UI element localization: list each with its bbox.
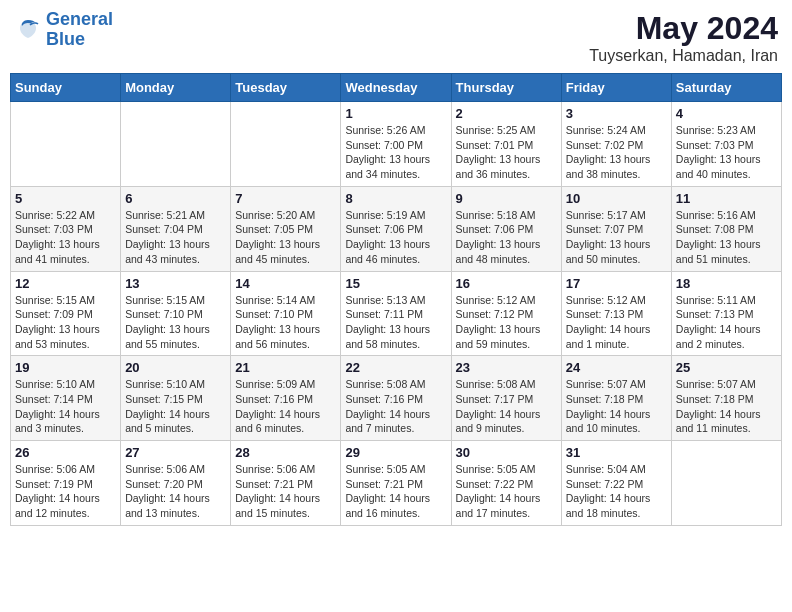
weekday-monday: Monday <box>121 74 231 102</box>
week-row-5: 26Sunrise: 5:06 AM Sunset: 7:19 PM Dayli… <box>11 441 782 526</box>
day-info: Sunrise: 5:07 AM Sunset: 7:18 PM Dayligh… <box>676 377 777 436</box>
day-number: 3 <box>566 106 667 121</box>
day-number: 19 <box>15 360 116 375</box>
day-info: Sunrise: 5:17 AM Sunset: 7:07 PM Dayligh… <box>566 208 667 267</box>
day-info: Sunrise: 5:09 AM Sunset: 7:16 PM Dayligh… <box>235 377 336 436</box>
logo: General Blue <box>14 10 113 50</box>
day-info: Sunrise: 5:06 AM Sunset: 7:21 PM Dayligh… <box>235 462 336 521</box>
day-number: 4 <box>676 106 777 121</box>
day-cell: 6Sunrise: 5:21 AM Sunset: 7:04 PM Daylig… <box>121 186 231 271</box>
day-info: Sunrise: 5:12 AM Sunset: 7:12 PM Dayligh… <box>456 293 557 352</box>
day-cell: 18Sunrise: 5:11 AM Sunset: 7:13 PM Dayli… <box>671 271 781 356</box>
day-number: 9 <box>456 191 557 206</box>
day-info: Sunrise: 5:24 AM Sunset: 7:02 PM Dayligh… <box>566 123 667 182</box>
day-cell: 29Sunrise: 5:05 AM Sunset: 7:21 PM Dayli… <box>341 441 451 526</box>
day-info: Sunrise: 5:05 AM Sunset: 7:22 PM Dayligh… <box>456 462 557 521</box>
weekday-header-row: SundayMondayTuesdayWednesdayThursdayFrid… <box>11 74 782 102</box>
day-cell: 21Sunrise: 5:09 AM Sunset: 7:16 PM Dayli… <box>231 356 341 441</box>
day-info: Sunrise: 5:07 AM Sunset: 7:18 PM Dayligh… <box>566 377 667 436</box>
day-number: 13 <box>125 276 226 291</box>
day-cell: 7Sunrise: 5:20 AM Sunset: 7:05 PM Daylig… <box>231 186 341 271</box>
day-number: 5 <box>15 191 116 206</box>
day-cell: 20Sunrise: 5:10 AM Sunset: 7:15 PM Dayli… <box>121 356 231 441</box>
weekday-friday: Friday <box>561 74 671 102</box>
day-cell: 17Sunrise: 5:12 AM Sunset: 7:13 PM Dayli… <box>561 271 671 356</box>
day-cell: 8Sunrise: 5:19 AM Sunset: 7:06 PM Daylig… <box>341 186 451 271</box>
day-info: Sunrise: 5:25 AM Sunset: 7:01 PM Dayligh… <box>456 123 557 182</box>
day-number: 23 <box>456 360 557 375</box>
day-cell: 19Sunrise: 5:10 AM Sunset: 7:14 PM Dayli… <box>11 356 121 441</box>
day-cell: 25Sunrise: 5:07 AM Sunset: 7:18 PM Dayli… <box>671 356 781 441</box>
day-cell: 24Sunrise: 5:07 AM Sunset: 7:18 PM Dayli… <box>561 356 671 441</box>
logo-text: General Blue <box>46 10 113 50</box>
day-cell: 10Sunrise: 5:17 AM Sunset: 7:07 PM Dayli… <box>561 186 671 271</box>
day-cell: 13Sunrise: 5:15 AM Sunset: 7:10 PM Dayli… <box>121 271 231 356</box>
day-cell: 26Sunrise: 5:06 AM Sunset: 7:19 PM Dayli… <box>11 441 121 526</box>
day-info: Sunrise: 5:16 AM Sunset: 7:08 PM Dayligh… <box>676 208 777 267</box>
day-info: Sunrise: 5:06 AM Sunset: 7:19 PM Dayligh… <box>15 462 116 521</box>
day-number: 20 <box>125 360 226 375</box>
day-info: Sunrise: 5:20 AM Sunset: 7:05 PM Dayligh… <box>235 208 336 267</box>
day-cell: 5Sunrise: 5:22 AM Sunset: 7:03 PM Daylig… <box>11 186 121 271</box>
calendar-table: SundayMondayTuesdayWednesdayThursdayFrid… <box>10 73 782 526</box>
day-info: Sunrise: 5:26 AM Sunset: 7:00 PM Dayligh… <box>345 123 446 182</box>
day-info: Sunrise: 5:04 AM Sunset: 7:22 PM Dayligh… <box>566 462 667 521</box>
week-row-2: 5Sunrise: 5:22 AM Sunset: 7:03 PM Daylig… <box>11 186 782 271</box>
day-info: Sunrise: 5:12 AM Sunset: 7:13 PM Dayligh… <box>566 293 667 352</box>
day-cell: 31Sunrise: 5:04 AM Sunset: 7:22 PM Dayli… <box>561 441 671 526</box>
day-info: Sunrise: 5:14 AM Sunset: 7:10 PM Dayligh… <box>235 293 336 352</box>
day-number: 31 <box>566 445 667 460</box>
day-info: Sunrise: 5:08 AM Sunset: 7:17 PM Dayligh… <box>456 377 557 436</box>
day-cell <box>121 102 231 187</box>
day-info: Sunrise: 5:13 AM Sunset: 7:11 PM Dayligh… <box>345 293 446 352</box>
day-number: 17 <box>566 276 667 291</box>
day-number: 27 <box>125 445 226 460</box>
weekday-sunday: Sunday <box>11 74 121 102</box>
day-info: Sunrise: 5:19 AM Sunset: 7:06 PM Dayligh… <box>345 208 446 267</box>
day-cell <box>671 441 781 526</box>
day-cell: 27Sunrise: 5:06 AM Sunset: 7:20 PM Dayli… <box>121 441 231 526</box>
day-number: 28 <box>235 445 336 460</box>
day-number: 14 <box>235 276 336 291</box>
day-number: 21 <box>235 360 336 375</box>
day-cell: 16Sunrise: 5:12 AM Sunset: 7:12 PM Dayli… <box>451 271 561 356</box>
day-number: 10 <box>566 191 667 206</box>
day-number: 11 <box>676 191 777 206</box>
weekday-saturday: Saturday <box>671 74 781 102</box>
day-info: Sunrise: 5:06 AM Sunset: 7:20 PM Dayligh… <box>125 462 226 521</box>
day-info: Sunrise: 5:11 AM Sunset: 7:13 PM Dayligh… <box>676 293 777 352</box>
day-number: 2 <box>456 106 557 121</box>
logo-icon <box>14 16 42 44</box>
day-cell <box>231 102 341 187</box>
day-cell: 3Sunrise: 5:24 AM Sunset: 7:02 PM Daylig… <box>561 102 671 187</box>
day-number: 22 <box>345 360 446 375</box>
calendar-subtitle: Tuyserkan, Hamadan, Iran <box>589 47 778 65</box>
day-number: 1 <box>345 106 446 121</box>
day-cell: 28Sunrise: 5:06 AM Sunset: 7:21 PM Dayli… <box>231 441 341 526</box>
day-info: Sunrise: 5:15 AM Sunset: 7:09 PM Dayligh… <box>15 293 116 352</box>
day-cell: 22Sunrise: 5:08 AM Sunset: 7:16 PM Dayli… <box>341 356 451 441</box>
day-info: Sunrise: 5:08 AM Sunset: 7:16 PM Dayligh… <box>345 377 446 436</box>
day-cell: 1Sunrise: 5:26 AM Sunset: 7:00 PM Daylig… <box>341 102 451 187</box>
day-info: Sunrise: 5:22 AM Sunset: 7:03 PM Dayligh… <box>15 208 116 267</box>
day-number: 15 <box>345 276 446 291</box>
day-cell: 11Sunrise: 5:16 AM Sunset: 7:08 PM Dayli… <box>671 186 781 271</box>
weekday-wednesday: Wednesday <box>341 74 451 102</box>
day-number: 7 <box>235 191 336 206</box>
day-number: 12 <box>15 276 116 291</box>
day-number: 8 <box>345 191 446 206</box>
day-cell: 15Sunrise: 5:13 AM Sunset: 7:11 PM Dayli… <box>341 271 451 356</box>
week-row-3: 12Sunrise: 5:15 AM Sunset: 7:09 PM Dayli… <box>11 271 782 356</box>
day-info: Sunrise: 5:10 AM Sunset: 7:14 PM Dayligh… <box>15 377 116 436</box>
day-cell <box>11 102 121 187</box>
day-number: 16 <box>456 276 557 291</box>
week-row-1: 1Sunrise: 5:26 AM Sunset: 7:00 PM Daylig… <box>11 102 782 187</box>
day-info: Sunrise: 5:10 AM Sunset: 7:15 PM Dayligh… <box>125 377 226 436</box>
weekday-thursday: Thursday <box>451 74 561 102</box>
day-number: 30 <box>456 445 557 460</box>
day-cell: 2Sunrise: 5:25 AM Sunset: 7:01 PM Daylig… <box>451 102 561 187</box>
day-info: Sunrise: 5:18 AM Sunset: 7:06 PM Dayligh… <box>456 208 557 267</box>
day-number: 26 <box>15 445 116 460</box>
day-info: Sunrise: 5:21 AM Sunset: 7:04 PM Dayligh… <box>125 208 226 267</box>
day-cell: 23Sunrise: 5:08 AM Sunset: 7:17 PM Dayli… <box>451 356 561 441</box>
